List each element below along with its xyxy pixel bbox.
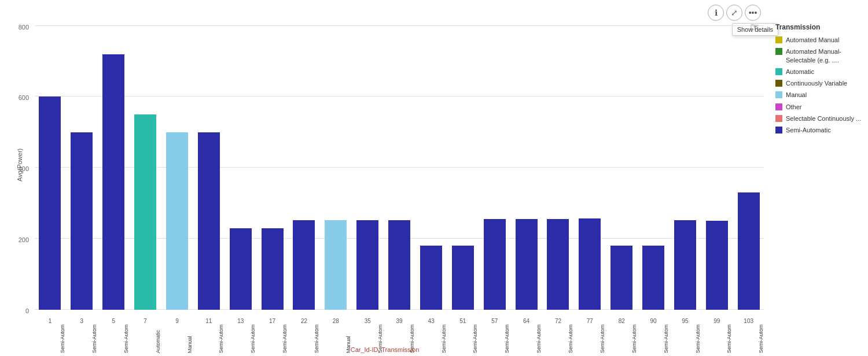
bar-group xyxy=(416,12,447,310)
chart-area: Avg(Power) 0200400600800 135791113172228… xyxy=(0,0,770,356)
x-axis-label: Car_Id-ID, Transmission xyxy=(351,346,420,353)
bar[interactable] xyxy=(325,220,347,310)
x-type-label: Semi-Automatic xyxy=(447,324,478,353)
bar[interactable] xyxy=(738,192,760,310)
x-type-label: Semi-Automatic xyxy=(67,324,97,353)
bar[interactable] xyxy=(293,220,315,310)
x-id-label: 13 xyxy=(225,318,256,324)
x-type-label: Semi-Automatic xyxy=(479,324,510,353)
bar-group xyxy=(321,12,351,310)
bar[interactable] xyxy=(516,219,538,310)
bar-group xyxy=(543,12,573,310)
legend-item: Semi-Automatic xyxy=(775,126,862,134)
bar[interactable] xyxy=(262,228,284,310)
x-type-label: Semi-Automatic xyxy=(638,324,669,353)
legend-label-text: Semi-Automatic xyxy=(786,126,831,134)
bar-group xyxy=(638,12,669,310)
legend-color-swatch xyxy=(775,36,782,43)
legend-item: Continuously Variable xyxy=(775,79,862,87)
bar[interactable] xyxy=(420,246,442,310)
bar-group xyxy=(447,12,478,310)
x-id-label: 51 xyxy=(447,318,478,324)
bar[interactable] xyxy=(547,219,569,310)
legend-item: Automated Manual xyxy=(775,36,862,44)
legend-item: Selectable Continuously ... xyxy=(775,114,862,123)
bar[interactable] xyxy=(356,220,378,310)
bar[interactable] xyxy=(642,246,664,310)
x-id-label: 95 xyxy=(670,318,701,324)
bars-wrapper xyxy=(35,12,764,310)
x-id-labels: 1357911131722283539435157647277829095991… xyxy=(35,318,764,324)
x-type-label: Semi-Automatic xyxy=(543,324,573,353)
x-id-label: 28 xyxy=(321,318,351,324)
legend-color-swatch xyxy=(775,48,782,55)
y-tick-label: 800 xyxy=(0,24,29,31)
y-tick-label: 200 xyxy=(0,236,29,243)
x-id-label: 103 xyxy=(733,318,764,324)
bar[interactable] xyxy=(230,228,252,310)
x-id-label: 1 xyxy=(35,318,65,324)
legend-label-text: Selectable Continuously ... xyxy=(786,114,861,123)
legend-label-text: Other xyxy=(786,103,802,111)
x-id-label: 90 xyxy=(638,318,669,324)
bar[interactable] xyxy=(39,97,61,310)
bar[interactable] xyxy=(674,220,696,310)
x-id-label: 64 xyxy=(511,318,542,324)
x-id-label: 9 xyxy=(162,318,193,324)
x-type-label: Semi-Automatic xyxy=(35,324,65,353)
legend-label-text: Manual xyxy=(786,91,807,99)
bar-group xyxy=(225,12,256,310)
legend-color-swatch xyxy=(775,68,782,75)
bar[interactable] xyxy=(198,132,220,310)
legend-label-text: Automated Manual- Selectable (e.g. .... xyxy=(786,47,862,64)
x-id-label: 3 xyxy=(67,318,97,324)
bar[interactable] xyxy=(166,132,188,310)
x-type-label: Automatic xyxy=(130,324,161,353)
x-id-label: 57 xyxy=(479,318,510,324)
legend-items: Automated ManualAutomated Manual- Select… xyxy=(775,36,862,135)
legend-color-swatch xyxy=(775,91,782,98)
x-type-label: Semi-Automatic xyxy=(416,324,447,353)
legend-color-swatch xyxy=(775,80,782,87)
bar[interactable] xyxy=(452,246,474,310)
legend-panel: Transmission Automated ManualAutomated M… xyxy=(770,0,868,356)
bar[interactable] xyxy=(579,218,601,310)
x-type-label: Semi-Automatic xyxy=(701,324,732,353)
x-type-label: Semi-Automatic xyxy=(289,324,319,353)
x-id-label: 72 xyxy=(543,318,573,324)
x-id-label: 35 xyxy=(352,318,383,324)
bar[interactable] xyxy=(484,219,506,310)
legend-title: Transmission xyxy=(775,23,862,31)
bar-group xyxy=(352,12,383,310)
x-type-label: Semi-Automatic xyxy=(98,324,129,353)
bar-group xyxy=(193,12,224,310)
bar[interactable] xyxy=(102,54,124,310)
bar[interactable] xyxy=(706,221,728,310)
bar-group xyxy=(575,12,605,310)
x-type-label: Semi-Automatic xyxy=(193,324,224,353)
bar[interactable] xyxy=(388,220,410,310)
bar-group xyxy=(606,12,637,310)
bar-group xyxy=(130,12,161,310)
bar-group xyxy=(35,12,65,310)
x-id-label: 82 xyxy=(606,318,637,324)
y-tick-label: 400 xyxy=(0,165,29,172)
chart-container: ℹ ⤢ ••• Show details ☞ Avg(Power) 020040… xyxy=(0,0,868,356)
legend-item: Other xyxy=(775,103,862,111)
x-type-label: Semi-Automatic xyxy=(575,324,605,353)
x-type-label: Semi-Automatic xyxy=(511,324,542,353)
bar[interactable] xyxy=(610,246,632,310)
bar[interactable] xyxy=(71,132,93,310)
y-tick-label: 0 xyxy=(0,307,29,314)
legend-label-text: Continuously Variable xyxy=(786,79,847,87)
x-type-label: Semi-Automatic xyxy=(733,324,764,353)
legend-item: Manual xyxy=(775,91,862,99)
bar[interactable] xyxy=(134,114,156,310)
bar-group xyxy=(162,12,193,310)
x-type-label: Semi-Automatic xyxy=(257,324,288,353)
legend-label-text: Automated Manual xyxy=(786,36,839,44)
x-id-label: 39 xyxy=(384,318,415,324)
x-type-label: Manual xyxy=(321,324,351,353)
legend-color-swatch xyxy=(775,115,782,122)
bar-group xyxy=(479,12,510,310)
